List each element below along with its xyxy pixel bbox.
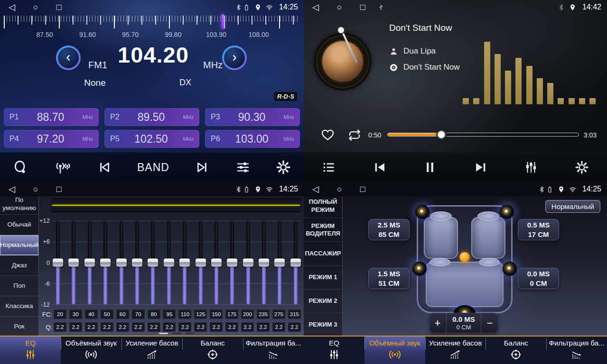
dx-local-button[interactable] [53, 160, 71, 175]
progress-bar[interactable] [387, 133, 579, 136]
band-gain-slider[interactable] [211, 221, 222, 304]
eq-preset-item[interactable]: По умолчанию [0, 194, 38, 215]
slider-handle[interactable] [116, 259, 127, 267]
fc-value[interactable]: 20 [54, 309, 66, 319]
band-gain-slider[interactable] [68, 221, 79, 304]
recents-button[interactable]: □ [360, 182, 365, 196]
preset-button[interactable]: P3 90.30 MHz [205, 108, 300, 126]
slider-handle[interactable] [100, 259, 111, 267]
fc-value[interactable]: 70 [132, 309, 145, 319]
fc-value[interactable]: 275 [272, 309, 285, 319]
preset-button[interactable]: P2 89.50 MHz [104, 108, 199, 126]
tab-filter[interactable]: Фильтрация ба... [546, 337, 607, 364]
q-value[interactable]: 2.2 [54, 322, 66, 332]
recents-button[interactable]: □ [56, 182, 62, 196]
slider-handle[interactable] [68, 259, 79, 267]
tab-surround[interactable]: Объёмный звук [61, 337, 121, 364]
decrease-delay-button[interactable]: − [481, 313, 498, 333]
favorite-button[interactable] [321, 128, 335, 142]
fc-value[interactable]: 125 [194, 309, 207, 319]
preset-button[interactable]: P4 97.20 MHz [4, 130, 99, 148]
tab-surround[interactable]: Объёмный звук [364, 337, 425, 364]
home-button[interactable]: ○ [33, 0, 38, 14]
tab-balance[interactable]: Баланс [182, 337, 243, 364]
seek-previous-button[interactable] [97, 160, 112, 175]
pause-button[interactable] [423, 160, 437, 174]
fc-value[interactable]: 200 [241, 309, 254, 319]
band-gain-slider[interactable] [116, 221, 127, 304]
settings-button[interactable] [575, 160, 589, 174]
back-button[interactable]: ◁ [9, 182, 15, 196]
profile-button[interactable]: Нормальный [545, 200, 600, 213]
back-button[interactable]: ◁ [312, 182, 319, 196]
preset-button[interactable]: P5 102.50 MHz [104, 130, 199, 148]
band-gain-slider[interactable] [227, 221, 237, 304]
q-value[interactable]: 2.2 [178, 322, 191, 332]
slider-handle[interactable] [274, 259, 285, 267]
slider-handle[interactable] [84, 259, 95, 267]
fc-value[interactable]: 175 [225, 309, 238, 319]
fc-value[interactable]: 30 [69, 309, 82, 319]
fc-value[interactable]: 315 [288, 309, 301, 319]
slider-handle[interactable] [227, 259, 237, 267]
listener-position-marker[interactable] [460, 252, 470, 262]
fc-value[interactable]: 50 [101, 309, 113, 319]
fc-value[interactable]: 40 [85, 309, 98, 319]
listening-mode-item[interactable]: РЕЖИМ 2 [304, 290, 342, 313]
tune-down-button[interactable] [56, 46, 81, 70]
front-left-delay[interactable]: 2.5 MS 85 CM [368, 219, 410, 240]
band-gain-slider[interactable] [132, 221, 142, 304]
preset-button[interactable]: P6 103.00 MHz [205, 130, 300, 148]
band-gain-slider[interactable] [179, 221, 190, 304]
tab-filter[interactable]: Фильтрация ба... [243, 337, 304, 364]
next-track-button[interactable] [474, 160, 488, 174]
eq-preset-item[interactable]: Рок [0, 317, 38, 337]
slider-handle[interactable] [259, 259, 269, 267]
q-value[interactable]: 2.2 [101, 322, 113, 332]
q-value[interactable]: 2.2 [210, 322, 223, 332]
tab-eq[interactable]: EQ [0, 337, 61, 364]
q-value[interactable]: 2.2 [132, 322, 145, 332]
preset-button[interactable]: P1 88.70 MHz [4, 108, 99, 126]
q-value[interactable]: 2.2 [116, 322, 129, 332]
tab-bass-boost[interactable]: Усиление басов [425, 337, 486, 364]
recents-button[interactable]: □ [56, 0, 62, 14]
tuning-indicator[interactable] [222, 14, 224, 29]
increase-delay-button[interactable]: + [429, 313, 446, 333]
previous-track-button[interactable] [373, 160, 387, 174]
slider-handle[interactable] [164, 259, 174, 267]
q-value[interactable]: 2.2 [163, 322, 176, 332]
progress-thumb[interactable] [436, 130, 446, 140]
q-value[interactable]: 2.2 [194, 322, 207, 332]
tune-up-button[interactable] [222, 46, 247, 70]
slider-handle[interactable] [53, 259, 63, 267]
slider-handle[interactable] [179, 259, 190, 267]
rear-left-delay[interactable]: 1.5 MS 51 CM [368, 268, 410, 289]
eq-preset-item[interactable]: Нормальный [0, 235, 38, 255]
tab-bass-boost[interactable]: Усиление басов [121, 337, 182, 364]
q-value[interactable]: 2.2 [241, 322, 254, 332]
band-gain-slider[interactable] [148, 221, 158, 304]
tab-eq[interactable]: EQ [304, 337, 364, 364]
home-button[interactable]: ○ [33, 182, 38, 196]
q-value[interactable]: 2.2 [257, 322, 270, 332]
playlist-button[interactable] [322, 160, 336, 174]
back-button[interactable]: ◁ [312, 0, 319, 14]
back-button[interactable]: ◁ [9, 0, 15, 14]
q-value[interactable]: 2.2 [148, 322, 160, 332]
q-value[interactable]: 2.2 [69, 322, 82, 332]
front-right-delay[interactable]: 0.5 MS 17 CM [518, 219, 559, 240]
tab-balance[interactable]: Баланс [486, 337, 546, 364]
band-gain-slider[interactable] [164, 221, 174, 304]
q-value[interactable]: 2.2 [85, 322, 98, 332]
fc-value[interactable]: 235 [257, 309, 270, 319]
listening-mode-item[interactable]: РЕЖИМ 3 [304, 313, 342, 337]
seek-next-button[interactable] [195, 160, 210, 175]
eq-preset-item[interactable]: Классика [0, 296, 38, 317]
scan-search-button[interactable] [13, 160, 28, 175]
slider-handle[interactable] [211, 259, 222, 267]
q-value[interactable]: 2.2 [225, 322, 238, 332]
listening-mode-item[interactable]: ПОЛНЫЙ РЕЖИМ [304, 194, 342, 218]
fc-value[interactable]: 110 [178, 309, 191, 319]
band-gain-slider[interactable] [53, 221, 63, 304]
